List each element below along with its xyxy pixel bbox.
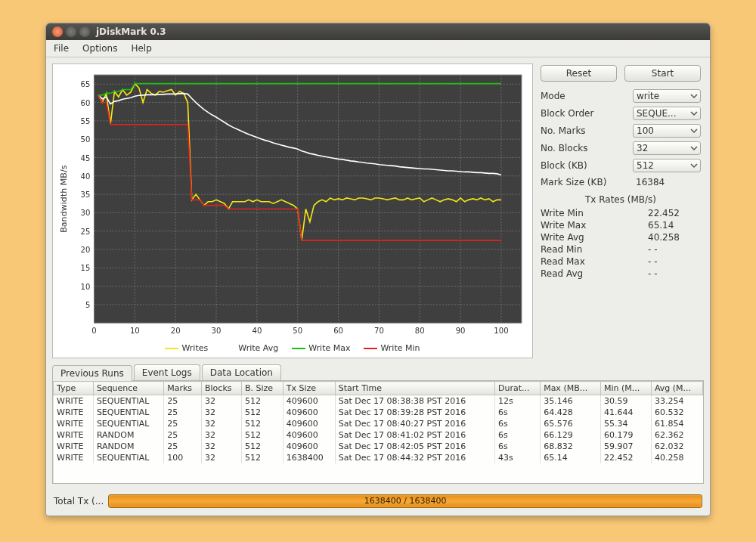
svg-text:40: 40 [252,327,262,335]
col-max[interactable]: Max (MB... [541,382,601,395]
block-order-value: SEQUE... [637,108,676,119]
cell-max: 66.129 [541,429,601,441]
titlebar[interactable]: jDiskMark 0.3 [46,23,710,40]
cell-max: 65.14 [541,452,601,463]
svg-text:5: 5 [85,301,90,309]
close-icon[interactable] [52,26,63,37]
chevron-down-icon [690,162,698,169]
svg-text:10: 10 [81,283,91,291]
progress-bar: 1638400 / 1638400 [108,494,702,508]
block-order-select[interactable]: SEQUE... [633,107,701,120]
svg-text:90: 90 [456,327,466,335]
col-durat[interactable]: Durat... [495,382,541,395]
col-txsize[interactable]: Tx Size [283,382,335,395]
col-avg[interactable]: Avg (M... [651,382,702,395]
cell-avg: 62.032 [651,441,702,452]
write-max-value: 65.14 [648,220,701,231]
block-order-label: Block Order [541,108,633,119]
chevron-down-icon [690,92,698,100]
cell-txsize: 409600 [283,395,335,407]
cell-avg: 61.854 [651,418,702,429]
cell-max: 35.146 [541,395,601,407]
cell-seq: RANDOM [93,441,163,452]
col-sequence[interactable]: Sequence [93,382,163,395]
block-kb-spinner[interactable]: 512 [633,159,701,172]
table-row[interactable]: WRITESEQUENTIAL2532512409600Sat Dec 17 0… [54,395,703,407]
table-row[interactable]: WRITESEQUENTIAL2532512409600Sat Dec 17 0… [54,407,703,418]
menu-options[interactable]: Options [79,42,120,55]
cell-marks: 25 [164,441,202,452]
svg-text:30: 30 [81,209,91,217]
maximize-icon[interactable] [79,26,90,37]
minimize-icon[interactable] [66,26,76,37]
cell-dur: 6s [495,407,541,418]
cell-type: WRITE [54,441,94,452]
table-row[interactable]: WRITESEQUENTIAL2532512409600Sat Dec 17 0… [54,418,703,429]
svg-text:60: 60 [333,327,343,335]
menu-help[interactable]: Help [128,42,154,55]
svg-text:70: 70 [374,327,384,335]
table-row[interactable]: WRITERANDOM2532512409600Sat Dec 17 08:41… [54,429,703,441]
svg-text:50: 50 [293,327,302,335]
cell-bsize: 512 [241,441,283,452]
col-bsize[interactable]: B. Size [241,382,283,395]
tx-rates-header: Tx Rates (MB/s) [541,194,701,205]
cell-start: Sat Dec 17 08:38:38 PST 2016 [335,395,494,407]
mode-select[interactable]: write [633,89,701,103]
read-min-label: Read Min [541,244,648,255]
chevron-down-icon [690,144,698,152]
write-min-label: Write Min [541,208,648,218]
no-blocks-value: 32 [637,143,648,153]
col-type[interactable]: Type [54,382,94,395]
cell-seq: SEQUENTIAL [93,452,163,463]
cell-txsize: 1638400 [283,452,335,463]
svg-text:20: 20 [81,246,91,254]
tab-data-location[interactable]: Data Location [202,364,281,380]
read-avg-value: - - [648,268,701,279]
legend-write_max: Write Max [292,343,350,353]
mode-value: write [637,91,659,101]
cell-seq: SEQUENTIAL [93,395,163,407]
col-start[interactable]: Start Time [335,382,494,395]
cell-start: Sat Dec 17 08:40:27 PST 2016 [335,418,494,429]
cell-type: WRITE [54,429,94,441]
mark-size-label: Mark Size (KB) [541,177,633,187]
menu-file[interactable]: File [51,42,72,55]
svg-text:50: 50 [81,135,91,144]
chevron-down-icon [690,110,698,117]
svg-text:30: 30 [212,327,222,335]
svg-text:100: 100 [494,327,508,335]
cell-bsize: 512 [241,452,283,463]
previous-runs-table: Type Sequence Marks Blocks B. Size Tx Si… [53,381,703,483]
write-avg-label: Write Avg [541,232,648,243]
cell-marks: 25 [164,429,202,441]
cell-seq: SEQUENTIAL [93,407,163,418]
no-blocks-spinner[interactable]: 32 [633,141,701,155]
reset-button[interactable]: Reset [541,65,617,82]
table-row[interactable]: WRITERANDOM2532512409600Sat Dec 17 08:42… [54,441,703,452]
cell-marks: 100 [164,452,202,463]
cell-max: 64.428 [541,407,601,418]
col-min[interactable]: Min (M... [600,382,651,395]
cell-min: 41.644 [600,407,651,418]
start-button[interactable]: Start [624,65,701,82]
tab-previous-runs[interactable]: Previous Runs [52,365,132,381]
cell-avg: 40.258 [651,452,702,463]
no-marks-spinner[interactable]: 100 [633,124,701,138]
cell-min: 60.179 [600,429,651,441]
tab-event-logs[interactable]: Event Logs [134,364,200,380]
svg-text:10: 10 [130,327,140,335]
cell-max: 68.832 [541,441,601,452]
svg-text:60: 60 [81,99,91,107]
chart-panel: 5101520253035404550556065010203040506070… [52,63,533,358]
svg-text:40: 40 [81,172,91,181]
legend-write_min: Write Min [364,343,420,353]
cell-min: 22.452 [600,452,651,463]
cell-bsize: 512 [241,395,283,407]
svg-text:15: 15 [81,264,91,272]
cell-blocks: 32 [202,418,242,429]
cell-start: Sat Dec 17 08:42:05 PST 2016 [335,441,494,452]
col-marks[interactable]: Marks [164,382,202,395]
table-row[interactable]: WRITESEQUENTIAL100325121638400Sat Dec 17… [54,452,703,463]
col-blocks[interactable]: Blocks [202,382,242,395]
